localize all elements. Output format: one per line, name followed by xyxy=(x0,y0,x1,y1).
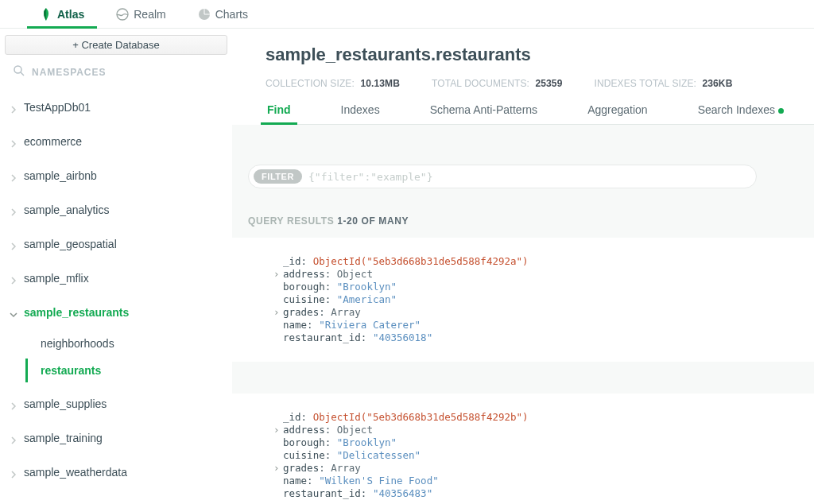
realm-icon xyxy=(116,8,129,21)
collection-title: sample_restaurants.restaurants xyxy=(266,45,814,65)
filter-badge: FILTER xyxy=(254,169,302,184)
db-label: sample_weatherdata xyxy=(24,466,127,479)
sidebar-db-sample_airbnb[interactable]: sample_airbnb xyxy=(5,164,227,188)
tab-schema-anti-patterns[interactable]: Schema Anti-Patterns xyxy=(428,100,539,124)
chevron-right-icon[interactable]: › xyxy=(273,424,283,436)
sidebar-db-TestAppDb01[interactable]: TestAppDb01 xyxy=(5,95,227,119)
doc-field-restaurant_id: restaurant_id: "40356483" xyxy=(283,487,798,500)
tab-aggregation[interactable]: Aggregation xyxy=(586,100,649,124)
sidebar-db-sample_supplies[interactable]: sample_supplies xyxy=(5,392,227,416)
top-nav: Atlas Realm Charts xyxy=(0,0,814,29)
doc-field-address: › address: Object xyxy=(283,424,798,436)
sidebar-db-ecommerce[interactable]: ecommerce xyxy=(5,130,227,153)
sidebar-db-sample_restaurants[interactable]: sample_restaurants xyxy=(5,300,227,324)
sidebar-collection-restaurants[interactable]: restaurants xyxy=(25,359,227,382)
chevron-down-icon xyxy=(10,308,17,316)
chevron-right-icon[interactable]: › xyxy=(273,462,283,475)
tab-realm-label: Realm xyxy=(134,8,165,21)
sidebar-db-sample_mflix[interactable]: sample_mflix xyxy=(5,266,227,290)
sidebar-db-sample_geospatial[interactable]: sample_geospatial xyxy=(5,232,227,256)
tab-search-indexes[interactable]: Search Indexes xyxy=(696,100,785,124)
chevron-right-icon xyxy=(10,434,17,442)
tab-atlas[interactable]: Atlas xyxy=(38,5,86,27)
namespace-search-input[interactable] xyxy=(32,67,223,78)
doc-field-grades: › grades: Array xyxy=(283,306,798,319)
db-label: ecommerce xyxy=(24,135,82,148)
sidebar-db-sample_weatherdata[interactable]: sample_weatherdata xyxy=(5,460,227,484)
documents-list: _id: ObjectId("5eb3d668b31de5d588f4292a"… xyxy=(232,238,814,504)
doc-field-_id: _id: ObjectId("5eb3d668b31de5d588f4292b"… xyxy=(283,411,798,424)
create-database-button[interactable]: + Create Database xyxy=(5,35,227,55)
database-list: TestAppDb01ecommercesample_airbnbsample_… xyxy=(5,95,227,484)
filter-pill[interactable]: FILTER xyxy=(248,165,757,188)
doc-field-borough: borough: "Brooklyn" xyxy=(283,281,798,293)
db-label: TestAppDb01 xyxy=(24,101,91,114)
doc-field-grades: › grades: Array xyxy=(283,462,798,475)
indicator-dot-icon xyxy=(778,108,784,114)
sidebar-db-sample_training[interactable]: sample_training xyxy=(5,426,227,450)
chevron-right-icon[interactable]: › xyxy=(273,306,283,319)
namespace-search[interactable] xyxy=(5,63,227,83)
query-results-heading: QUERY RESULTS 1-20 OF MANY xyxy=(248,215,814,227)
doc-field-cuisine: cuisine: "Delicatessen" xyxy=(283,449,798,462)
stat-indexes-total-size: INDEXES TOTAL SIZE: 236KB xyxy=(594,78,732,89)
filter-input[interactable] xyxy=(308,171,745,183)
sidebar-collection-neighborhoods[interactable]: neighborhoods xyxy=(25,331,227,355)
chevron-right-icon xyxy=(10,274,17,282)
chevron-right-icon xyxy=(10,172,17,180)
chevron-right-icon xyxy=(10,138,17,145)
doc-field-name: name: "Riviera Caterer" xyxy=(283,319,798,331)
tab-indexes[interactable]: Indexes xyxy=(339,100,382,124)
stat-collection-size: COLLECTION SIZE: 10.13MB xyxy=(266,78,400,89)
sidebar: + Create Database TestAppDb01ecommercesa… xyxy=(0,29,232,504)
chevron-right-icon xyxy=(10,240,17,248)
svg-point-2 xyxy=(14,66,21,73)
search-icon xyxy=(13,64,25,79)
collection-stats: COLLECTION SIZE: 10.13MB TOTAL DOCUMENTS… xyxy=(266,78,814,89)
db-label: sample_mflix xyxy=(24,272,89,285)
doc-field-borough: borough: "Brooklyn" xyxy=(283,436,798,449)
doc-field-cuisine: cuisine: "American" xyxy=(283,293,798,306)
chevron-right-icon xyxy=(10,468,17,476)
doc-field-restaurant_id: restaurant_id: "40356018" xyxy=(283,331,798,344)
chevron-right-icon xyxy=(10,206,17,214)
leaf-icon xyxy=(40,8,52,21)
doc-field-name: name: "Wilken'S Fine Food" xyxy=(283,475,798,487)
db-label: sample_training xyxy=(24,432,103,444)
collection-list: neighborhoodsrestaurants xyxy=(25,331,227,382)
charts-icon xyxy=(198,8,211,21)
db-label: sample_analytics xyxy=(24,204,109,216)
document-card: _id: ObjectId("5eb3d668b31de5d588f4292a"… xyxy=(232,238,814,362)
document-card: _id: ObjectId("5eb3d668b31de5d588f4292b"… xyxy=(232,394,814,504)
tab-realm[interactable]: Realm xyxy=(114,5,167,27)
db-label: sample_restaurants xyxy=(24,306,129,319)
tab-atlas-label: Atlas xyxy=(57,8,84,21)
doc-field-_id: _id: ObjectId("5eb3d668b31de5d588f4292a"… xyxy=(283,255,798,268)
chevron-right-icon[interactable]: › xyxy=(273,268,283,281)
chevron-right-icon xyxy=(10,400,17,408)
doc-field-address: › address: Object xyxy=(283,268,798,281)
main-panel: sample_restaurants.restaurants COLLECTIO… xyxy=(232,29,814,504)
collection-tabs: Find Indexes Schema Anti-Patterns Aggreg… xyxy=(266,100,814,125)
chevron-right-icon xyxy=(10,103,17,111)
tab-charts-label: Charts xyxy=(215,8,248,21)
sidebar-db-sample_analytics[interactable]: sample_analytics xyxy=(5,198,227,222)
db-label: sample_geospatial xyxy=(24,238,117,250)
tab-charts[interactable]: Charts xyxy=(196,5,250,27)
svg-line-3 xyxy=(21,72,24,76)
db-label: sample_airbnb xyxy=(24,169,97,182)
stat-total-documents: TOTAL DOCUMENTS: 25359 xyxy=(432,78,563,89)
tab-find[interactable]: Find xyxy=(266,100,293,124)
db-label: sample_supplies xyxy=(24,397,107,410)
